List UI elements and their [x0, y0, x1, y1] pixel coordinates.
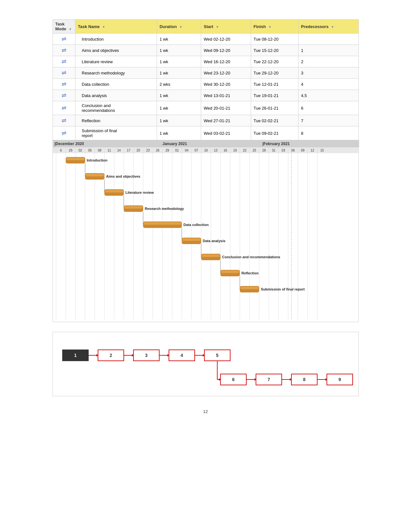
grid-lines: [56, 147, 317, 319]
task-mode-cell: ⇌: [53, 34, 75, 45]
task-mode-cell: ⇌: [53, 115, 75, 126]
finish-cell: Tue 12-01-21: [251, 79, 298, 90]
svg-text:05: 05: [88, 149, 92, 152]
gantt-bar-label: Submission of final report: [261, 287, 305, 291]
network-node-3: 3: [133, 350, 159, 361]
svg-rect-86: [221, 271, 239, 273]
svg-text:5: 5: [216, 353, 219, 358]
predecessors-cell: [298, 34, 358, 45]
predecessors-cell: 6: [298, 101, 358, 115]
svg-text:1: 1: [74, 353, 77, 358]
network-node-8: 8: [291, 374, 317, 385]
table-row: ⇌Data collection2 wksWed 30-12-20Tue 12-…: [53, 79, 358, 90]
network-node-4: 4: [169, 350, 195, 361]
predecessors-cell: 3: [298, 67, 358, 79]
month-feb-label: |February 2021: [262, 142, 290, 146]
svg-text:06: 06: [291, 149, 295, 152]
task-icon: ⇌: [62, 81, 66, 87]
start-cell: Wed 03-02-21: [201, 126, 251, 140]
svg-text:02: 02: [78, 149, 82, 152]
gantt-bar-label: Literature review: [125, 191, 154, 194]
col-header-start: Start ▼: [201, 20, 251, 34]
month-dec-label: |December 2020: [54, 142, 84, 146]
task-name-cell: Introduction: [75, 34, 157, 45]
start-cell: Wed 27-01-21: [201, 115, 251, 126]
svg-text:23: 23: [146, 149, 150, 152]
svg-text:9: 9: [338, 377, 341, 382]
duration-cell: 1 wk: [157, 34, 201, 45]
svg-rect-78: [182, 238, 201, 241]
network-node-9: 9: [327, 374, 353, 385]
task-mode-sort-icon[interactable]: ▼: [69, 27, 72, 31]
task-icon: ⇌: [62, 105, 66, 111]
task-icon: ⇌: [62, 130, 66, 136]
svg-rect-74: [144, 222, 181, 225]
svg-text:26: 26: [156, 149, 160, 152]
svg-text:09: 09: [301, 149, 305, 152]
svg-text:6: 6: [232, 377, 235, 382]
finish-sort-icon[interactable]: ▼: [268, 25, 271, 29]
svg-text:08: 08: [98, 149, 102, 152]
gantt-bar-label: Conclusion and recommendations: [222, 255, 280, 259]
task-icon: ⇌: [62, 58, 66, 65]
start-cell: Wed 16-12-20: [201, 56, 251, 67]
col-header-duration: Duration ▼: [157, 20, 201, 34]
duration-sort-icon[interactable]: ▼: [179, 25, 182, 29]
col-header-task-name: Task Name ▼: [75, 20, 157, 34]
col-header-predecessors: Predecessors ▼: [298, 20, 358, 34]
task-icon: ⇌: [62, 92, 66, 99]
gantt-chart-svg: |December 2020 January 2021 |February 20…: [53, 140, 359, 321]
finish-cell: Tue 08-12-20: [251, 34, 298, 45]
svg-text:04: 04: [185, 149, 189, 152]
finish-cell: Tue 29-12-20: [251, 67, 298, 79]
gantt-bar-label: Reflection: [241, 271, 259, 275]
predecessors-cell: 4,5: [298, 90, 358, 101]
gantt-bar-label: Aims and objectives: [106, 174, 140, 178]
svg-text:4: 4: [181, 353, 183, 358]
task-mode-cell: ⇌: [53, 101, 75, 115]
svg-rect-66: [105, 190, 123, 192]
svg-text:01: 01: [175, 149, 179, 152]
start-cell: Wed 20-01-21: [201, 101, 251, 115]
svg-text:3: 3: [145, 353, 148, 358]
svg-text:17: 17: [127, 149, 131, 152]
predecessors-cell: 2: [298, 56, 358, 67]
svg-text:7: 7: [268, 377, 270, 382]
start-cell: Wed 30-12-20: [201, 79, 251, 90]
svg-rect-90: [240, 287, 259, 289]
table-row: ⇌Conclusion andrecommendations1 wkWed 20…: [53, 101, 358, 115]
network-node-1: 1: [63, 350, 88, 361]
svg-text:16: 16: [223, 149, 227, 152]
col-header-task-mode: Task Mode ▼: [53, 20, 75, 34]
finish-cell: Tue 15-12-20: [251, 45, 298, 56]
page-content: Task Mode ▼ Task Name ▼ Duration ▼ Start…: [53, 19, 359, 414]
task-name-cell: Data collection: [75, 79, 157, 90]
col-header-finish: Finish ▼: [251, 20, 298, 34]
network-node-5: 5: [204, 350, 230, 361]
gantt-bar-label: Data collection: [183, 223, 209, 227]
page-number: 12: [203, 409, 208, 414]
task-name-cell: Data analysis: [75, 90, 157, 101]
task-mode-cell: ⇌: [53, 45, 75, 56]
start-sort-icon[interactable]: ▼: [216, 25, 219, 29]
svg-text:29: 29: [165, 149, 169, 152]
predecessors-cell: 7: [298, 115, 358, 126]
svg-rect-0: [53, 140, 359, 147]
svg-text:25: 25: [252, 149, 256, 152]
task-name-sort-icon[interactable]: ▼: [102, 25, 105, 29]
start-cell: Wed 02-12-20: [201, 34, 251, 45]
predecessors-sort-icon[interactable]: ▼: [331, 25, 334, 29]
svg-text:6: 6: [60, 149, 62, 152]
task-mode-cell: ⇌: [53, 67, 75, 79]
svg-text:28: 28: [262, 149, 266, 152]
svg-text:12: 12: [310, 149, 314, 152]
predecessors-cell: 1: [298, 45, 358, 56]
network-diagram: 123456789: [53, 332, 359, 396]
table-row: ⇌Research methodology1 wkWed 23-12-20Tue…: [53, 67, 358, 79]
svg-rect-62: [86, 174, 104, 176]
gantt-bar-label: Research methodology: [145, 207, 184, 211]
finish-cell: Tue 02-02-21: [251, 115, 298, 126]
task-mode-cell: ⇌: [53, 126, 75, 140]
duration-cell: 1 wk: [157, 67, 201, 79]
svg-text:14: 14: [117, 149, 121, 152]
